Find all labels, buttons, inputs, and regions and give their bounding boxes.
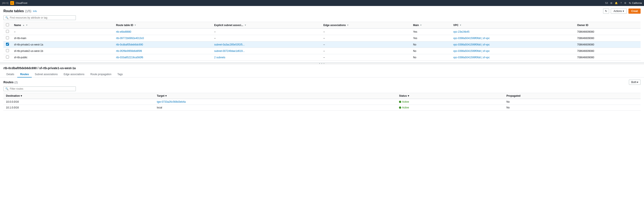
id-filter-icon[interactable]: ▾ [135, 24, 136, 26]
route-table-id-link[interactable]: rtb-0cdbaf05deb6dc690 [116, 43, 143, 46]
table-row[interactable]: – rtb-e6bd9880 – – Yes vpc-23e24b45 7086… [4, 28, 640, 35]
row-checkbox-0[interactable] [6, 30, 9, 33]
routes-tbody: 10.0.0.0/16 tgw-0733a26c568d3eb4a Active… [4, 99, 640, 110]
rth-status[interactable]: Status ▾ [396, 93, 504, 99]
route-table-id-link[interactable]: rtb-e6bd9880 [116, 30, 131, 33]
main-filter-icon[interactable]: ▾ [420, 24, 422, 26]
select-all-checkbox[interactable] [6, 23, 9, 26]
apps-icon[interactable]: ⊞ [610, 2, 612, 5]
table-row[interactable]: sf-rtb-private1-us-west-1a rtb-0cdbaf05d… [4, 41, 640, 48]
tab-subnet-associations[interactable]: Subnet associations [32, 71, 60, 77]
select-all-header[interactable] [4, 22, 12, 29]
top-navigation: [Alt+S] C CloudFront 53 ⊞ 🔔 ? ⚙ N. Calif… [0, 0, 644, 6]
row-checkbox-4[interactable] [6, 56, 9, 58]
vpc-link[interactable]: vpc-0398a5041599f0fdd | sf-vpc [453, 56, 490, 59]
route-propagated: No [504, 105, 640, 110]
subnet-link[interactable]: subnet-0a3ac285e53f1f5... [214, 43, 245, 46]
refresh-button[interactable]: ↻ [603, 9, 609, 14]
actions-dropdown-button[interactable]: Actions ▾ [611, 9, 627, 14]
th-vpc[interactable]: VPC ▾ [451, 22, 574, 29]
row-main: No [410, 54, 451, 61]
row-checkbox-cell [4, 35, 12, 41]
row-checkbox-1[interactable] [6, 36, 9, 39]
row-edge-assoc: – [321, 35, 410, 41]
vpc-link[interactable]: vpc-0398a5041599f0fdd | sf-vpc [453, 50, 490, 53]
row-checkbox-cell [4, 41, 12, 48]
name-filter-icon[interactable]: ▾ [26, 24, 27, 26]
target-filter-icon[interactable]: ▾ [165, 94, 166, 97]
row-edge-assoc: – [321, 54, 410, 61]
search-container: 🔍 [4, 15, 76, 20]
both-chevron-icon: ▾ [637, 81, 638, 84]
row-owner-id: 708646609080 [574, 35, 640, 41]
th-main[interactable]: Main ▾ [410, 22, 451, 29]
th-edge-assoc[interactable]: Edge associations ▾ [321, 22, 410, 29]
route-table-id-link[interactable]: rtb-09772b6992e4013c0 [116, 37, 144, 40]
subnet-link[interactable]: subnet-007249dae1d619... [214, 50, 245, 53]
resize-handle[interactable]: • • • [0, 63, 644, 64]
route-status: Active [396, 105, 504, 110]
status-text: Active [402, 100, 409, 103]
target-link[interactable]: tgw-0733a26c568d3eb4a [157, 100, 186, 103]
route-table-id-link[interactable]: rtb-033a852219ca560f6 [116, 56, 143, 59]
route-tables-tbody: – rtb-e6bd9880 – – Yes vpc-23e24b45 7086… [4, 28, 640, 61]
filter-routes-input[interactable] [10, 87, 74, 90]
table-row[interactable]: sf-rtb-public rtb-033a852219ca560f6 2 su… [4, 54, 640, 61]
tab-routes[interactable]: Routes [17, 71, 32, 77]
detail-title: rtb-0cdbaf05deb6dc690 / sf-rtb-private1-… [4, 66, 640, 70]
row-owner-id: 708646609080 [574, 48, 640, 54]
help-icon[interactable]: ? [620, 2, 622, 4]
routes-table-row[interactable]: 10.0.0.0/16 tgw-0733a26c568d3eb4a Active… [4, 99, 640, 105]
both-filter-button[interactable]: Both ▾ [629, 80, 640, 85]
actions-chevron-icon: ▾ [623, 10, 624, 13]
create-button[interactable]: Creat [628, 9, 640, 14]
table-row[interactable]: sf-rtb-main rtb-09772b6992e4013c0 – – Ye… [4, 35, 640, 41]
info-icon[interactable]: Info [33, 10, 37, 12]
tab-route-propagation[interactable]: Route propagation [87, 71, 114, 77]
tab-tags[interactable]: Tags [114, 71, 126, 77]
page-title: Route tables (1/5) [4, 9, 31, 13]
subnet-filter-icon[interactable]: ▾ [245, 24, 246, 26]
tab-edge-associations[interactable]: Edge associations [61, 71, 87, 77]
settings-icon[interactable]: ⚙ [624, 2, 626, 5]
th-explicit-subnet[interactable]: Explicit subnet associ... ▾ [212, 22, 321, 29]
th-route-table-id[interactable]: Route table ID ▾ [114, 22, 212, 29]
status-dot-icon [399, 101, 401, 103]
routes-table-row[interactable]: 10.1.0.0/16 local Active No [4, 105, 640, 110]
rth-target[interactable]: Target ▾ [154, 93, 396, 99]
region-selector[interactable]: N. California [629, 2, 642, 4]
row-main: Yes [410, 28, 451, 35]
table-row[interactable]: sf-rtb-private2-us-west-1b rtb-0f2f8e995… [4, 48, 640, 54]
row-owner-id: 708646609080 [574, 54, 640, 61]
subnet-link[interactable]: 2 subnets [214, 56, 226, 59]
th-name[interactable]: Name ▲ ▾ [12, 22, 114, 29]
status-filter-icon[interactable]: ▾ [408, 94, 409, 97]
edge-filter-icon[interactable]: ▾ [347, 24, 348, 26]
routes-title: Routes (2) [4, 80, 18, 84]
search-input[interactable] [10, 16, 74, 19]
table-header: Name ▲ ▾ Route table ID ▾ [4, 22, 640, 29]
th-owner-id[interactable]: Owner ID [574, 22, 640, 29]
vpc-filter-icon[interactable]: ▾ [460, 24, 461, 26]
rth-destination[interactable]: Destination ▾ [4, 93, 154, 99]
rth-propagated[interactable]: Propagated [504, 93, 640, 99]
row-checkbox-3[interactable] [6, 49, 9, 52]
route-propagated: No [504, 99, 640, 105]
route-target: tgw-0733a26c568d3eb4a [154, 99, 396, 105]
vpc-link[interactable]: vpc-0398a5041599f0fdd | sf-vpc [453, 37, 490, 40]
app-name[interactable]: CloudFront [16, 2, 27, 4]
row-explicit-subnet: subnet-007249dae1d619... [212, 48, 321, 54]
row-edge-assoc: – [321, 41, 410, 48]
main-content: Route tables (1/5) Info ↻ Actions ▾ Crea… [0, 6, 644, 222]
row-name: sf-rtb-private2-us-west-1b [12, 48, 114, 54]
status-text: Active [402, 106, 409, 109]
row-vpc: vpc-0398a5041599f0fdd | sf-vpc [451, 41, 574, 48]
tab-details[interactable]: Details [4, 71, 17, 77]
bell-icon[interactable]: 🔔 [615, 2, 618, 5]
row-checkbox-2[interactable] [6, 43, 9, 46]
route-table-id-link[interactable]: rtb-0f2f8e9956b6d85f8 [116, 50, 142, 53]
dest-filter-icon[interactable]: ▾ [21, 94, 22, 97]
vpc-link[interactable]: vpc-0398a5041599f0fdd | sf-vpc [453, 43, 490, 46]
vpc-link[interactable]: vpc-23e24b45 [453, 30, 470, 33]
aws-logo-icon[interactable]: C [10, 1, 14, 5]
